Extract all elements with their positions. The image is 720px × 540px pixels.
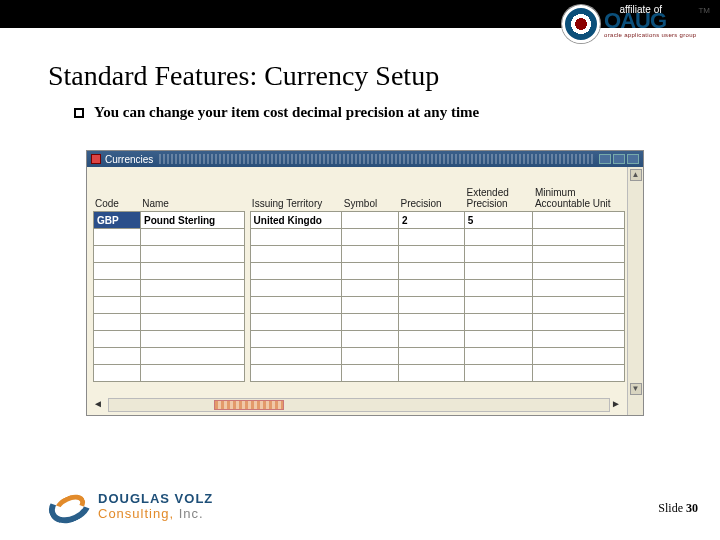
oaug-mark-icon xyxy=(562,5,600,43)
slide-label: Slide xyxy=(658,501,686,515)
cell-min_acct_unit[interactable] xyxy=(533,246,625,263)
dv-line2b: Inc. xyxy=(174,506,204,521)
table-row[interactable] xyxy=(94,297,625,314)
cell-territory[interactable] xyxy=(250,229,342,246)
cell-precision[interactable] xyxy=(398,331,464,348)
cell-precision[interactable] xyxy=(398,297,464,314)
cell-symbol[interactable] xyxy=(342,365,399,382)
table-row[interactable] xyxy=(94,348,625,365)
hscroll-track[interactable] xyxy=(108,398,610,412)
cell-min_acct_unit[interactable] xyxy=(533,229,625,246)
cell-code[interactable] xyxy=(94,348,141,365)
cell-symbol[interactable] xyxy=(342,229,399,246)
table-row[interactable] xyxy=(94,229,625,246)
slide-number: Slide 30 xyxy=(658,501,698,516)
cell-precision[interactable] xyxy=(398,314,464,331)
col-precision: Precision xyxy=(398,171,464,211)
cell-ext_precision[interactable] xyxy=(464,314,532,331)
cell-ext_precision[interactable]: 5 xyxy=(464,212,532,229)
cell-precision[interactable] xyxy=(398,229,464,246)
cell-name[interactable]: Pound Sterling xyxy=(141,212,245,229)
table-row[interactable] xyxy=(94,314,625,331)
cell-min_acct_unit[interactable] xyxy=(533,297,625,314)
cell-name[interactable] xyxy=(141,246,245,263)
cell-territory[interactable] xyxy=(250,348,342,365)
slide-number-value: 30 xyxy=(686,501,698,515)
cell-precision[interactable] xyxy=(398,365,464,382)
cell-name[interactable] xyxy=(141,263,245,280)
cell-territory[interactable] xyxy=(250,314,342,331)
cell-ext_precision[interactable] xyxy=(464,246,532,263)
cell-name[interactable] xyxy=(141,229,245,246)
cell-name[interactable] xyxy=(141,331,245,348)
cell-precision[interactable] xyxy=(398,263,464,280)
cell-code[interactable] xyxy=(94,263,141,280)
scroll-down-icon[interactable]: ▼ xyxy=(630,383,642,395)
cell-ext_precision[interactable] xyxy=(464,263,532,280)
scroll-up-icon[interactable]: ▲ xyxy=(630,169,642,181)
scroll-right-icon[interactable]: ► xyxy=(611,398,625,412)
cell-code[interactable]: GBP xyxy=(94,212,141,229)
scroll-left-icon[interactable]: ◄ xyxy=(93,398,107,412)
close-button[interactable] xyxy=(627,154,639,164)
cell-territory[interactable] xyxy=(250,365,342,382)
cell-code[interactable] xyxy=(94,280,141,297)
cell-ext_precision[interactable] xyxy=(464,331,532,348)
cell-code[interactable] xyxy=(94,331,141,348)
cell-ext_precision[interactable] xyxy=(464,365,532,382)
table-row[interactable] xyxy=(94,365,625,382)
cell-code[interactable] xyxy=(94,297,141,314)
cell-precision[interactable] xyxy=(398,280,464,297)
cell-min_acct_unit[interactable] xyxy=(533,263,625,280)
cell-symbol[interactable] xyxy=(342,212,399,229)
horizontal-scrollbar[interactable]: ◄ ► xyxy=(93,397,625,413)
cell-min_acct_unit[interactable] xyxy=(533,365,625,382)
table-row[interactable] xyxy=(94,280,625,297)
cell-name[interactable] xyxy=(141,297,245,314)
cell-name[interactable] xyxy=(141,365,245,382)
cell-code[interactable] xyxy=(94,229,141,246)
cell-territory[interactable] xyxy=(250,280,342,297)
cell-symbol[interactable] xyxy=(342,263,399,280)
cell-ext_precision[interactable] xyxy=(464,297,532,314)
cell-territory[interactable] xyxy=(250,331,342,348)
vertical-scrollbar[interactable]: ▲ ▼ xyxy=(627,167,643,415)
cell-name[interactable] xyxy=(141,280,245,297)
cell-min_acct_unit[interactable] xyxy=(533,212,625,229)
table-row[interactable] xyxy=(94,263,625,280)
table-row[interactable] xyxy=(94,331,625,348)
table-row[interactable]: GBPPound SterlingUnited Kingdo25 xyxy=(94,212,625,229)
cell-min_acct_unit[interactable] xyxy=(533,314,625,331)
cell-ext_precision[interactable] xyxy=(464,348,532,365)
cell-symbol[interactable] xyxy=(342,314,399,331)
cell-min_acct_unit[interactable] xyxy=(533,331,625,348)
cell-symbol[interactable] xyxy=(342,246,399,263)
cell-symbol[interactable] xyxy=(342,348,399,365)
cell-territory[interactable]: United Kingdo xyxy=(250,212,342,229)
form-titlebar: Currencies xyxy=(87,151,643,167)
cell-code[interactable] xyxy=(94,365,141,382)
cell-min_acct_unit[interactable] xyxy=(533,348,625,365)
cell-precision[interactable] xyxy=(398,348,464,365)
cell-precision[interactable]: 2 xyxy=(398,212,464,229)
cell-code[interactable] xyxy=(94,246,141,263)
cell-symbol[interactable] xyxy=(342,280,399,297)
cell-min_acct_unit[interactable] xyxy=(533,280,625,297)
cell-code[interactable] xyxy=(94,314,141,331)
cell-name[interactable] xyxy=(141,348,245,365)
cell-symbol[interactable] xyxy=(342,297,399,314)
cell-territory[interactable] xyxy=(250,297,342,314)
cell-symbol[interactable] xyxy=(342,331,399,348)
cell-territory[interactable] xyxy=(250,263,342,280)
table-row[interactable] xyxy=(94,246,625,263)
oaug-tagline: oracle applications users group xyxy=(604,32,696,38)
cell-ext_precision[interactable] xyxy=(464,280,532,297)
cell-name[interactable] xyxy=(141,314,245,331)
hscroll-thumb[interactable] xyxy=(214,400,284,410)
minimize-button[interactable] xyxy=(599,154,611,164)
cell-ext_precision[interactable] xyxy=(464,229,532,246)
cell-precision[interactable] xyxy=(398,246,464,263)
cell-territory[interactable] xyxy=(250,246,342,263)
maximize-button[interactable] xyxy=(613,154,625,164)
col-name: Name xyxy=(140,171,244,211)
